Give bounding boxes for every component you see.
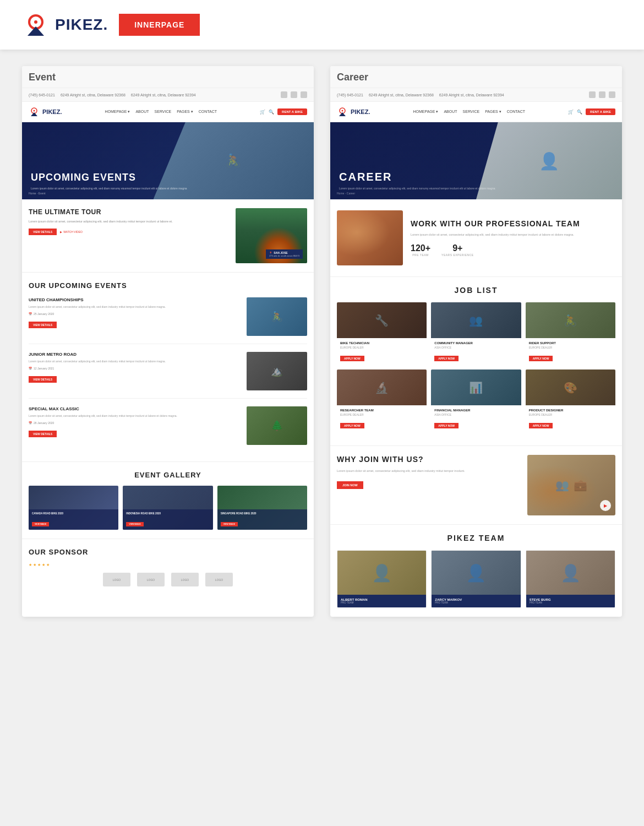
job-card-info: FINANCIAL MANAGER ASIA OFFICE APPLY NOW [431,405,521,432]
stat-label: PRE TEAM [411,253,430,257]
event-details-button[interactable]: VIEW DETAILS [29,431,57,437]
nav-service[interactable]: SERVICE [155,110,172,114]
job-card: 📊 FINANCIAL MANAGER ASIA OFFICE APPLY NO… [431,369,521,432]
team-card-image: 👤 [337,551,426,595]
apply-button[interactable]: APPLY NOW [340,356,364,361]
job-card-title: RESEARCHER TEAM [340,409,423,412]
nav-about[interactable]: ABOUT [135,110,149,114]
career-nav-pages[interactable]: PAGES ▾ [485,110,501,114]
career-nav-service[interactable]: SERVICE [463,110,480,114]
event-item-date: 📅 25 January 2020 [29,312,241,316]
stat-label: YEARS EXPERIENCE [441,253,474,257]
apply-button[interactable]: APPLY NOW [529,423,553,428]
search-icon[interactable]: 🔍 [269,110,274,115]
job-card-image: 🎨 [526,369,615,405]
nav-right: 🛒 🔍 RENT A BIKE [260,108,307,115]
tour-buttons: VIEW DETAILS ▶ WATCH VIDEO [29,229,229,235]
job-card-title: BIKE TECHNICIAN [340,341,423,345]
job-card-image: 📊 [431,369,521,405]
star-3: ★ [37,563,41,567]
apply-button[interactable]: APPLY NOW [340,423,364,428]
job-grid-row-2: 🔬 RESEARCHER TEAM EUROPE DEALER APPLY NO… [337,369,615,432]
play-video-button[interactable]: ▶ [600,500,611,511]
upcoming-events-title: OUR UPCOMING EVENTS [29,281,307,290]
sponsor-logo: LOGO [137,573,165,586]
career-hero-banner: 👤 CAREER Lorem ipsum dolor sit amet, con… [330,122,622,199]
cart-icon[interactable]: 🛒 [260,110,265,115]
ultimate-tour-image: 📍 SAN JOSE 275 ads dr, south zonze 80473 [236,208,307,263]
gallery-overlay: INDONESIA ROAD BIKE 2020 VIEW IMAGE [123,509,212,530]
innerpage-button[interactable]: INNERPAGE [119,14,200,36]
event-item-title: SPECIAL MAX CLASSIC [29,406,241,411]
rent-bike-button[interactable]: RENT A BIKE [277,108,307,115]
event-hero-content: UPCOMING EVENTS Lorem ipsum dolor sit am… [31,172,187,191]
event-item-desc: Lorem ipsum dolor sit amet, consectetur … [29,359,241,364]
gallery-item: CANADA ROAD BIKE 2020 VIEW IMAGE [29,486,118,530]
star-rating: ★ ★ ★ ★ ★ [29,563,307,567]
job-card-location: EUROPE DEALER [529,346,612,349]
career-cart-icon[interactable]: 🛒 [568,110,574,115]
job-card-info: RESEARCHER TEAM EUROPE DEALER APPLY NOW [337,405,427,432]
apply-button[interactable]: APPLY NOW [434,356,459,361]
gallery-view-button[interactable]: VIEW IMAGE [32,522,49,526]
topbar-address2: 6249 Alright st, citna, Delaware 92394 [131,93,196,97]
gallery-view-button[interactable]: VIEW IMAGE [126,522,143,526]
job-card-title: COMMUNITY MANAGER [434,341,517,345]
team-card: 👤 ZARCY MARKOV PRO TEAM [431,550,521,608]
career-page-preview: Career (745) 645-0121 6249 Alright st, c… [330,66,622,617]
join-now-button[interactable]: JOIN NOW [337,481,363,489]
event-item-title: JUNIOR METRO ROAD [29,352,241,357]
job-card-image: 🔧 [337,302,427,338]
team-card: 👤 ALBERT ROMAN PRO TEAM [337,550,427,608]
why-join-desc: Lorem ipsum dolor sit amet, consectetur … [337,469,521,474]
sponsor-logos: LOGO LOGO LOGO LOGO [29,573,307,586]
job-list-section: JOB LIST 🔧 BIKE TECHNICIAN EUROPE DEALER… [330,277,622,446]
gallery-label: SINGAPORE ROAD BIKE 2020 [221,512,304,515]
job-card: 👥 COMMUNITY MANAGER ASIA OFFICE APPLY NO… [431,302,521,365]
event-hero-subtitle: Lorem ipsum dolor sit amet, consectetur … [31,186,187,191]
sponsor-section: OUR SPONSOR ★ ★ ★ ★ ★ LOGO LOGO LOGO LOG… [22,539,314,595]
upcoming-events-section: OUR UPCOMING EVENTS UNITED CHAMPIONSHIPS… [22,273,314,462]
event-item: SPECIAL MAX CLASSIC Lorem ipsum dolor si… [29,406,307,453]
career-nav-about[interactable]: ABOUT [444,110,457,114]
career-nav-logo: PIKEZ. [337,106,370,117]
team-title: PIKEZ TEAM [337,534,615,542]
job-card: 🔧 BIKE TECHNICIAN EUROPE DEALER APPLY NO… [337,302,427,365]
work-section: WORK WITH OUR PROFESSIONAL TEAM Lorem ip… [330,199,622,277]
view-details-button[interactable]: VIEW DETAILS [29,229,57,235]
nav-homepage[interactable]: HOMEPAGE ▾ [105,110,130,114]
team-card-footer: ALBERT ROMAN PRO TEAM [337,595,426,607]
apply-button[interactable]: APPLY NOW [529,356,553,361]
job-grid-row-1: 🔧 BIKE TECHNICIAN EUROPE DEALER APPLY NO… [337,302,615,365]
gallery-item: SINGAPORE ROAD BIKE 2020 VIEW IMAGE [217,486,307,530]
career-nav-right: 🛒 🔍 RENT A BIKE [568,108,615,115]
event-item-content: JUNIOR METRO ROAD Lorem ipsum dolor sit … [29,352,241,390]
apply-button[interactable]: APPLY NOW [434,423,459,428]
logo-icon [22,11,50,39]
work-title: WORK WITH OUR PROFESSIONAL TEAM [411,219,615,229]
nav-contact[interactable]: CONTACT [199,110,217,114]
event-item-content: SPECIAL MAX CLASSIC Lorem ipsum dolor si… [29,406,241,445]
team-member-photo: 👤 [526,551,615,595]
ultimate-tour-desc: Lorem ipsum dolor sit amet, consectetur … [29,219,229,224]
play-icon: ▶ [60,230,62,233]
job-card-location: ASIA OFFICE [434,413,517,416]
career-nav-links: HOMEPAGE ▾ ABOUT SERVICE PAGES ▾ CONTACT [413,110,525,114]
event-details-button[interactable]: VIEW DETAILS [29,376,57,383]
career-hero-title: CAREER [339,171,495,183]
job-card-location: EUROPE DEALER [340,413,423,416]
work-content: WORK WITH OUR PROFESSIONAL TEAM Lorem ip… [411,219,615,257]
watch-video-link[interactable]: ▶ WATCH VIDEO [60,230,83,233]
career-nav-homepage[interactable]: HOMEPAGE ▾ [413,110,439,114]
career-nav-contact[interactable]: CONTACT [507,110,525,114]
career-rent-bike-button[interactable]: RENT A BIKE [586,108,615,115]
event-details-button[interactable]: VIEW DETAILS [29,322,57,328]
san-jose-tag: 📍 SAN JOSE 275 ads dr, south zonze 80473 [266,249,303,259]
sponsor-logo: LOGO [205,573,233,586]
work-stats: 120+ PRE TEAM 9+ YEARS EXPERIENCE [411,243,615,257]
svg-marker-8 [339,112,346,116]
nav-pages[interactable]: PAGES ▾ [177,110,193,114]
job-card-title: FINANCIAL MANAGER [434,409,517,412]
career-search-icon[interactable]: 🔍 [577,110,582,115]
gallery-view-button[interactable]: VIEW IMAGE [221,522,238,526]
